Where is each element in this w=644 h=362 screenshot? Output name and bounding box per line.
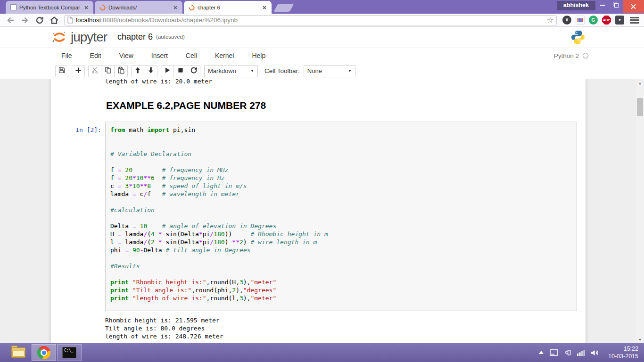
toolbar-paste-button[interactable] [115,65,128,77]
browser-tab[interactable]: Python Textbook Compan [6,1,93,14]
code-line: c = 3*10**8 # speed of light in m/s [110,182,573,190]
jupyter-logo[interactable]: jupyter [51,30,107,45]
forward-button[interactable] [18,15,31,26]
code-token [129,295,132,302]
reload-button[interactable] [33,15,46,26]
scroll-up-icon[interactable] [636,79,644,87]
show-hidden-icon[interactable] [538,350,544,355]
menu-file[interactable]: File [61,52,72,59]
menu-edit[interactable]: Edit [90,52,101,59]
menu-insert[interactable]: Insert [151,52,168,59]
python-logo-icon [570,30,586,45]
scroll-down-icon[interactable] [636,336,644,343]
url-path: :8888/notebooks/Downloads/chapter%206.ip… [101,16,238,24]
jupyter-toolbar: Markdown Cell Toolbar: None [0,63,644,79]
new-tab-button[interactable] [273,4,294,12]
address-bar[interactable]: localhost:8888/notebooks/Downloads/chapt… [64,15,557,25]
code-line: print "length of wire is:",round(l,3),"m… [110,294,573,302]
adblock-plus-extension-icon[interactable]: ABP [602,16,611,25]
page-scrollbar[interactable] [636,79,644,343]
notebook-title[interactable]: chapter 6 [117,32,153,43]
taskbar-file-explorer-button[interactable] [6,344,31,361]
clock-date: 10-03-2015 [608,353,638,360]
code-token: * [158,239,162,246]
code-token: lamda [121,239,143,246]
cell-toolbar-select[interactable]: None [304,65,355,77]
code-token [151,182,162,189]
paste-icon [117,66,125,76]
browser-tab[interactable]: Downloads/ [95,1,182,14]
gmail-extension-icon[interactable] [576,16,585,25]
code-token [136,222,140,230]
code-token: print [110,287,129,294]
scrollbar-thumb[interactable] [637,98,643,116]
home-button[interactable] [48,15,60,26]
markdown-heading[interactable]: EXAMPLE 6.2,PAGE NUMBER 278 [106,100,266,111]
code-token: #Results [110,263,140,270]
code-token: 2 [232,287,236,294]
taskbar-chrome-button[interactable] [32,344,56,361]
code-cell[interactable]: In [2]: from math import pi,sin# Variabl… [51,122,577,311]
menu-view[interactable]: View [119,52,133,59]
code-token: "length of wire is:" [132,295,206,302]
toolbar-move-down-button[interactable] [144,65,157,77]
code-token: ) [243,239,251,246]
chrome-menu-button[interactable] [629,16,640,25]
taskbar-apps: C:\_ [6,344,82,361]
network-icon[interactable] [577,349,585,356]
chrome-profile-badge[interactable]: abhishek [557,1,595,10]
download-manager-extension-icon[interactable] [615,16,624,25]
action-center-icon[interactable] [550,349,558,356]
code-token: sin(Delta [162,230,199,238]
toolbar-save-button[interactable] [55,65,68,77]
grammarly-extension-icon[interactable] [589,16,598,25]
tab-close-icon[interactable] [172,4,179,11]
minimize-button[interactable] [595,0,609,10]
code-line: #calculation [110,206,573,214]
browser-tab[interactable]: chapter 6 [184,1,272,14]
desktop: Python Textbook CompanDownloads/chapter … [0,0,644,362]
restore-button[interactable] [609,0,623,10]
code-token: "Rhombic height is:" [132,279,206,286]
code-line [110,142,573,150]
tab-close-icon[interactable] [261,4,268,11]
code-line: f = 20*10**6 # frequency in Hz [110,174,573,182]
code-token [147,222,162,230]
code-line [110,198,573,206]
code-token: = [132,190,136,197]
power-icon[interactable] [564,349,571,356]
toolbar-stop-button[interactable] [174,65,187,77]
toolbar-add-cell-button[interactable] [72,65,85,77]
toolbar-copy-button[interactable] [101,65,115,77]
taskbar-cmd-button[interactable]: C:\_ [57,344,82,361]
autosave-status: (autosaved) [156,34,185,41]
toolbar-run-button[interactable] [161,65,174,77]
tab-close-icon[interactable] [83,4,90,11]
chrome-icon [37,346,50,359]
menu-kernel[interactable]: Kernel [215,52,234,59]
code-token: = [132,222,136,230]
back-button[interactable] [4,15,17,26]
volume-icon[interactable] [591,349,599,356]
toolbar-restart-button[interactable] [187,65,200,77]
code-token: * [132,174,136,181]
restart-icon [190,66,198,76]
bookmark-star-icon[interactable] [547,16,553,24]
menu-cell[interactable]: Cell [186,52,197,59]
toolbar-button-group [161,65,200,77]
toolbar-move-up-button[interactable] [131,65,144,77]
taskbar-clock[interactable]: 15:22 10-03-2015 [604,345,638,360]
jupyter-favicon-icon [99,3,107,12]
menu-help[interactable]: Help [252,52,265,59]
code-token: f [110,174,118,181]
pocket-extension-icon[interactable] [562,16,571,25]
toolbar-cut-button[interactable] [88,65,101,77]
code-editor[interactable]: from math import pi,sin# Variable Declar… [105,122,577,311]
code-token: # Variable Declaration [110,150,191,157]
code-token: # tilt angle in Degrees [165,247,250,254]
cell-type-select[interactable]: Markdown [204,65,258,77]
code-token: 2 [239,239,243,246]
close-button[interactable] [623,0,644,13]
code-token: 90 [132,247,140,254]
code-token: sin(Delta [162,239,199,246]
